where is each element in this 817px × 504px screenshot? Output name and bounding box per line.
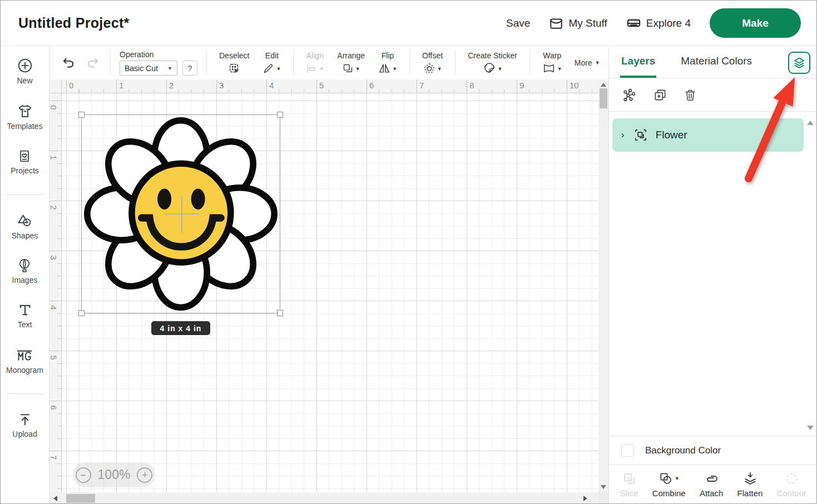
- hot-air-balloon-icon: [17, 258, 32, 273]
- save-button[interactable]: Save: [506, 17, 530, 29]
- chevron-down-icon: ▼: [498, 63, 503, 74]
- chevron-down-icon: ▼: [319, 63, 324, 74]
- plus-circle-icon: [17, 57, 33, 74]
- weld-group-icon[interactable]: [622, 88, 637, 102]
- flower-image[interactable]: [82, 115, 280, 313]
- sidebar-item-upload[interactable]: Upload: [12, 412, 37, 438]
- tshirt-icon: [17, 103, 33, 119]
- resize-handle-bottom-left[interactable]: [78, 310, 85, 316]
- warp-button[interactable]: Warp ▼: [536, 51, 569, 74]
- attach-button[interactable]: Attach: [700, 471, 724, 498]
- operation-help-button[interactable]: ?: [182, 61, 197, 76]
- align-button: Align ▼: [299, 51, 330, 74]
- toolbar-divider: [409, 50, 410, 76]
- background-color-row: Background Color: [609, 436, 817, 465]
- explore-machine-button[interactable]: Explore 4: [626, 16, 691, 31]
- delete-trash-icon[interactable]: [684, 88, 697, 102]
- my-stuff-icon: [549, 16, 563, 31]
- chevron-down-icon: ▼: [437, 63, 442, 74]
- toolbar-divider: [293, 50, 294, 76]
- header-actions: Save My Stuff Explore 4 Make: [506, 8, 801, 38]
- tab-material-colors[interactable]: Material Colors: [680, 46, 753, 78]
- toolbar-divider: [455, 50, 455, 76]
- chevron-down-icon: ▼: [355, 63, 360, 74]
- sidebar-item-projects[interactable]: Projects: [11, 148, 39, 175]
- zoom-level: 100%: [98, 467, 131, 482]
- zoom-in-button[interactable]: +: [137, 467, 152, 483]
- vertical-scroll-thumb[interactable]: [600, 88, 607, 108]
- sidebar-divider: [7, 393, 43, 394]
- flip-button[interactable]: Flip ▼: [372, 51, 404, 74]
- horizontal-scroll-thumb[interactable]: [66, 494, 95, 503]
- ruler-corner: [49, 79, 62, 93]
- monogram-icon: [16, 347, 33, 363]
- scroll-left-arrow[interactable]: [53, 496, 57, 501]
- contour-button: Contour: [777, 471, 806, 498]
- toolbar-divider: [206, 50, 207, 76]
- layer-row-flower[interactable]: › Flower: [612, 118, 804, 152]
- arrange-button[interactable]: Arrange ▼: [330, 51, 372, 74]
- design-canvas[interactable]: 012345678910 01234567: [49, 79, 608, 504]
- redo-button: [86, 56, 100, 70]
- list-scroll-up-arrow[interactable]: [807, 121, 814, 125]
- toolbar-divider: [110, 50, 111, 76]
- sidebar-item-shapes[interactable]: Shapes: [12, 212, 38, 240]
- create-sticker-button[interactable]: Create Sticker ▼: [461, 51, 524, 74]
- sidebar-item-templates[interactable]: Templates: [7, 103, 43, 131]
- upload-icon: [17, 412, 33, 427]
- background-color-checkbox[interactable]: [621, 444, 634, 457]
- layer-operations-bar: Slice ▼ Combine Attach: [609, 465, 817, 504]
- combine-button[interactable]: ▼ Combine: [652, 471, 686, 498]
- design-sidebar: New Templates Projects Shapes: [1, 46, 49, 504]
- operation-label: Operation: [120, 50, 197, 59]
- scroll-down-arrow[interactable]: [601, 485, 606, 489]
- project-title: Untitled Project*: [18, 15, 130, 31]
- chevron-down-icon: ▼: [276, 63, 281, 74]
- operation-select[interactable]: Basic Cut ▼: [120, 61, 177, 76]
- tab-layers[interactable]: Layers: [620, 46, 656, 78]
- sidebar-item-images[interactable]: Images: [12, 258, 38, 285]
- resize-handle-top-left[interactable]: [78, 112, 85, 118]
- horizontal-scrollbar[interactable]: [49, 492, 598, 504]
- chevron-down-icon: ▼: [392, 63, 397, 74]
- ruler-vertical: 01234567: [49, 93, 62, 492]
- offset-button[interactable]: Offset ▼: [415, 51, 449, 74]
- flip-icon: [378, 62, 390, 74]
- layer-name: Flower: [656, 129, 687, 141]
- project-card-icon: [17, 148, 32, 164]
- scroll-right-arrow[interactable]: [583, 496, 587, 501]
- sidebar-divider: [7, 194, 43, 194]
- undo-button[interactable]: [61, 56, 76, 70]
- group-select-icon: [633, 128, 648, 142]
- layers-stack-icon: [793, 56, 806, 69]
- background-color-label: Background Color: [645, 445, 721, 456]
- make-button[interactable]: Make: [710, 8, 801, 38]
- more-button[interactable]: More ▼: [569, 57, 606, 68]
- my-stuff-button[interactable]: My Stuff: [549, 16, 607, 31]
- resize-handle-top-right[interactable]: [277, 112, 283, 118]
- app-header: Untitled Project* Save My Stuff Exp: [1, 1, 817, 46]
- vertical-scrollbar[interactable]: [598, 79, 608, 492]
- sticker-icon: [483, 61, 496, 74]
- sidebar-item-monogram[interactable]: Monogram: [6, 347, 43, 375]
- expand-chevron-icon[interactable]: ›: [621, 129, 625, 141]
- resize-handle-bottom-right[interactable]: [277, 310, 283, 316]
- sidebar-item-text[interactable]: Text: [17, 302, 33, 329]
- list-scroll-down-arrow[interactable]: [807, 426, 814, 430]
- layers-panel-toggle-button[interactable]: [788, 52, 810, 74]
- edit-button[interactable]: Edit ▼: [256, 51, 288, 74]
- flatten-button[interactable]: Flatten: [737, 471, 763, 498]
- ruler-horizontal: 012345678910: [62, 79, 598, 93]
- duplicate-icon[interactable]: [653, 88, 667, 102]
- selection-box[interactable]: [81, 114, 280, 313]
- scroll-up-arrow[interactable]: [601, 83, 606, 87]
- flatten-icon: [743, 471, 757, 486]
- warp-icon: [542, 62, 556, 74]
- zoom-control: − 100% +: [73, 462, 155, 487]
- chevron-down-icon: ▼: [675, 473, 680, 484]
- zoom-out-button[interactable]: −: [76, 467, 91, 483]
- arrange-icon: [342, 63, 354, 74]
- deselect-button[interactable]: Deselect: [212, 51, 256, 74]
- sidebar-item-new[interactable]: New: [17, 57, 33, 85]
- selection-size-badge: 4 in x 4 in: [151, 321, 210, 335]
